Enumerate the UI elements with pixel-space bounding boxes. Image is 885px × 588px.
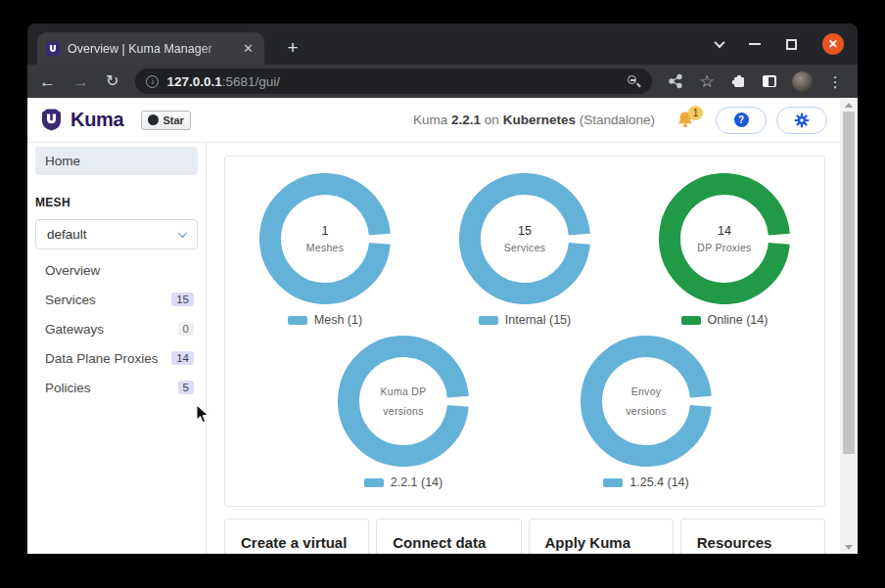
kuma-gui: Kuma Star Kuma 2.2.1 on Kubernetes (Stan… — [27, 98, 858, 554]
tab-close-icon[interactable]: ✕ — [240, 40, 256, 57]
back-button[interactable]: ← — [39, 73, 56, 90]
services-donut-chart: 15 Services Internal (15) — [432, 173, 618, 327]
dp-proxies-donut-chart: 14 DP Proxies Online (14) — [631, 173, 817, 327]
meshes-donut-chart: 1 Meshes Mesh (1) — [232, 173, 418, 327]
profile-avatar[interactable] — [792, 71, 813, 92]
proxies-count-badge: 14 — [171, 351, 194, 365]
toolbar-actions: ☆ ⋮ — [668, 71, 842, 92]
sidebar-item-home[interactable]: Home — [35, 147, 198, 175]
browser-tab[interactable]: Overview | Kuma Manager ✕ — [37, 32, 264, 65]
close-window-button[interactable]: ✕ — [822, 33, 844, 55]
screenshot: Overview | Kuma Manager ✕ + ✕ ← → ↻ i 12… — [0, 0, 885, 588]
cta-card-row: Create a virtual Connect data Apply Kuma… — [224, 519, 825, 554]
kuma-logo-icon — [39, 109, 64, 131]
version-info: Kuma 2.2.1 on Kubernetes (Standalone) — [413, 113, 655, 127]
sidebar-item-policies[interactable]: Policies 5 — [27, 373, 206, 402]
mesh-selector[interactable]: default — [35, 219, 198, 249]
notification-badge: 1 — [688, 106, 703, 120]
legend-envoy-version: 1.25.4 (14) — [603, 475, 688, 489]
notifications-button[interactable]: 1 — [676, 110, 696, 131]
site-info-icon[interactable]: i — [146, 75, 159, 88]
forward-button[interactable]: → — [72, 73, 89, 90]
mesh-section-label: MESH — [35, 196, 198, 209]
kuma-favicon — [45, 41, 61, 57]
cta-apply-kuma[interactable]: Apply Kuma — [529, 519, 674, 554]
tab-title: Overview | Kuma Manager — [68, 42, 233, 56]
bookmark-star-icon[interactable]: ☆ — [699, 73, 714, 90]
overview-charts-panel: 1 Meshes Mesh (1) — [224, 156, 825, 507]
legend-online: Online (14) — [681, 313, 769, 327]
reload-button[interactable]: ↻ — [106, 73, 118, 89]
settings-button[interactable] — [776, 107, 827, 134]
side-panel-icon[interactable] — [763, 75, 776, 87]
cta-connect-data[interactable]: Connect data — [376, 519, 521, 554]
services-count-badge: 15 — [171, 293, 194, 306]
sidebar-item-overview[interactable]: Overview — [27, 255, 206, 285]
tab-search-chevron-icon[interactable] — [714, 37, 724, 48]
share-icon[interactable] — [668, 73, 683, 89]
kuma-logo[interactable]: Kuma — [39, 109, 123, 131]
github-icon — [148, 114, 159, 125]
scroll-down-arrow[interactable] — [840, 540, 858, 554]
legend-internal: Internal (15) — [479, 313, 571, 327]
tab-strip: Overview | Kuma Manager ✕ + ✕ — [27, 23, 858, 65]
kuma-dp-versions-donut-chart: Kuma DP versions 2.2.1 (14) — [310, 336, 496, 489]
sidebar-item-services[interactable]: Services 15 — [27, 285, 206, 314]
cta-create-mesh[interactable]: Create a virtual — [224, 519, 369, 554]
scrollbar-track[interactable] — [840, 112, 858, 540]
main-content: 1 Meshes Mesh (1) — [207, 143, 840, 554]
maximize-button[interactable] — [786, 39, 797, 50]
mouse-cursor — [195, 404, 210, 426]
envoy-versions-donut-chart: Envoy versions 1.25.4 (14) — [553, 336, 739, 489]
policies-count-badge: 5 — [178, 381, 194, 394]
address-bar[interactable]: i 127.0.0.1:5681/gui/ — [135, 68, 652, 94]
zoom-out-icon[interactable] — [627, 74, 641, 89]
question-icon: ? — [734, 113, 749, 127]
minimize-button[interactable] — [749, 43, 761, 45]
brand-name: Kuma — [70, 109, 123, 131]
browser-window: Overview | Kuma Manager ✕ + ✕ ← → ↻ i 12… — [27, 23, 858, 554]
help-button[interactable]: ? — [716, 107, 767, 134]
legend-kuma-dp-version: 2.2.1 (14) — [364, 475, 443, 489]
browser-toolbar: ← → ↻ i 127.0.0.1:5681/gui/ ☆ — [27, 65, 858, 98]
mesh-selected-value: default — [47, 227, 87, 242]
cta-resources[interactable]: Resources — [680, 519, 825, 554]
sidebar: Home MESH default Overview Services — [27, 143, 207, 554]
app-header: Kuma Star Kuma 2.2.1 on Kubernetes (Stan… — [27, 98, 840, 143]
page-scrollbar[interactable] — [840, 98, 858, 554]
scrollbar-thumb[interactable] — [843, 112, 855, 454]
chevron-down-icon — [178, 228, 188, 238]
gear-icon — [794, 113, 810, 128]
legend-mesh: Mesh (1) — [288, 313, 362, 327]
browser-menu-icon[interactable]: ⋮ — [828, 74, 843, 89]
new-tab-button[interactable]: + — [280, 35, 305, 61]
gateways-count-badge: 0 — [178, 322, 194, 336]
scroll-up-arrow[interactable] — [840, 98, 858, 112]
extensions-puzzle-icon[interactable] — [730, 73, 747, 90]
sidebar-item-data-plane-proxies[interactable]: Data Plane Proxies 14 — [27, 343, 206, 373]
sidebar-item-gateways[interactable]: Gateways 0 — [27, 314, 206, 343]
github-star-button[interactable]: Star — [141, 111, 190, 130]
window-controls: ✕ — [716, 23, 844, 65]
url-text[interactable]: 127.0.0.1:5681/gui/ — [166, 74, 619, 89]
